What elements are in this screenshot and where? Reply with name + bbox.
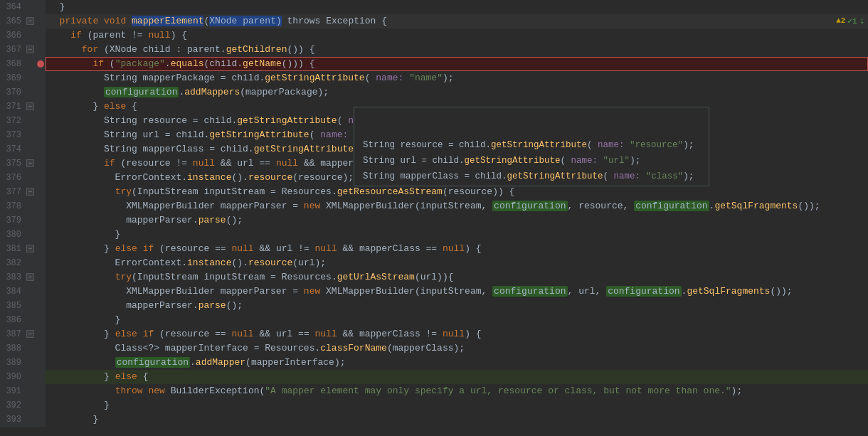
code-content: for (XNode child : parent.getChildren())… <box>46 43 868 57</box>
code-line: 370 configuration.addMappers(mapperPacka… <box>0 85 868 100</box>
token <box>48 357 115 368</box>
code-content: } <box>46 413 868 427</box>
token <box>48 186 115 197</box>
breakpoint-column <box>36 356 46 370</box>
fold-icon[interactable]: − <box>26 188 34 196</box>
token: (resource == <box>154 329 231 339</box>
token: && mapperClass != <box>337 329 443 339</box>
fold-icon[interactable]: − <box>26 273 34 281</box>
token: configuration <box>104 87 179 97</box>
tooltip-row: String url = child.getStringAttribute( n… <box>359 153 704 169</box>
token: resource <box>248 172 292 183</box>
token: getChildren <box>226 44 287 55</box>
line-number: 376 <box>0 171 26 185</box>
token <box>48 44 82 55</box>
code-line: 369 String mapperPackage = child.getStri… <box>0 71 868 85</box>
token: null <box>443 329 465 339</box>
token: new <box>304 286 320 297</box>
check-icon: ✓1 <box>847 16 857 26</box>
token: XMLMapperBuilder(inputStream, <box>320 201 492 211</box>
token: "A mapper element may only specify a url… <box>265 386 731 396</box>
token: getSqlFragments <box>687 286 770 297</box>
token: ( <box>104 58 115 69</box>
code-line: 367− for (XNode child : parent.getChildr… <box>0 43 868 57</box>
breakpoint-column <box>36 341 46 356</box>
code-line: 388 Class<?> mapperInterface = Resources… <box>0 341 868 356</box>
token: configuration <box>492 201 567 211</box>
line-number: 387 <box>0 327 26 341</box>
token <box>48 87 104 97</box>
code-content: throw new BuilderException("A mapper ele… <box>46 384 868 398</box>
token: try <box>115 186 132 197</box>
token: ( <box>309 129 321 140</box>
line-number: 374 <box>0 142 26 156</box>
breakpoint-column <box>36 0 46 14</box>
token: ); <box>731 386 743 396</box>
breakpoint-column <box>36 171 46 185</box>
fold-icon[interactable]: − <box>26 102 34 110</box>
line-number: 377 <box>0 185 26 199</box>
code-line: 390 } else { <box>0 370 868 384</box>
token: } <box>60 1 65 12</box>
token <box>48 1 60 12</box>
token: String url = child. <box>48 129 209 140</box>
code-line: 387− } else if (resource == null && url … <box>0 327 868 341</box>
token: XMLMapperBuilder mapperParser = <box>48 201 304 211</box>
code-content: XMLMapperBuilder mapperParser = new XMLM… <box>46 285 868 299</box>
breakpoint-column <box>36 398 46 413</box>
token: mapperParser. <box>48 300 199 311</box>
token: configuration <box>606 286 681 297</box>
fold-column <box>26 142 36 156</box>
token: getStringAttribute <box>265 73 364 83</box>
editor: 364 }365− private void mapperElement(XNo… <box>0 0 868 436</box>
fold-icon[interactable]: − <box>26 17 34 25</box>
token <box>48 386 115 396</box>
fold-icon[interactable]: − <box>26 330 34 338</box>
token: configuration <box>492 286 567 297</box>
breakpoint-column <box>36 285 46 299</box>
token: void <box>104 16 126 26</box>
fold-icon[interactable]: − <box>26 46 34 53</box>
token <box>237 16 243 26</box>
token: parse <box>199 300 226 311</box>
fold-column <box>26 256 36 270</box>
token: parse <box>199 215 226 225</box>
token: (resource)) { <box>443 186 514 197</box>
fold-column <box>26 341 36 356</box>
fold-column: − <box>26 156 36 171</box>
token: (parent != <box>82 30 149 41</box>
code-line: 389 configuration.addMapper(mapperInterf… <box>0 356 868 370</box>
token: try <box>115 272 132 282</box>
code-content: XMLMapperBuilder mapperParser = new XMLM… <box>46 199 868 213</box>
line-number: 372 <box>0 114 26 128</box>
token: resource <box>248 257 292 268</box>
fold-icon[interactable]: − <box>26 159 34 167</box>
breakpoint-column <box>36 114 46 128</box>
fold-column <box>26 299 36 313</box>
token: null <box>148 30 170 41</box>
breakpoint-dot[interactable] <box>37 60 44 68</box>
tooltip-row: String resource = child.getStringAttribu… <box>359 137 704 153</box>
token: } <box>48 329 115 339</box>
token: (XNode child : parent. <box>98 44 226 55</box>
token: "package" <box>115 58 165 69</box>
token: ()); <box>798 201 820 211</box>
code-line: 379 mapperParser.parse(); <box>0 213 868 228</box>
code-content: if (parent != null) { <box>46 28 868 43</box>
line-number: 393 <box>0 413 26 427</box>
breakpoint-column <box>36 313 46 327</box>
code-content: try(InputStream inputStream = Resources.… <box>46 185 868 199</box>
fold-column: − <box>26 100 36 114</box>
breakpoint-column <box>36 14 46 28</box>
fold-column <box>26 85 36 100</box>
fold-column: − <box>26 327 36 341</box>
token: (). <box>231 172 248 183</box>
breakpoint-column <box>36 327 46 341</box>
token: getStringAttribute <box>254 144 354 154</box>
fold-icon[interactable]: − <box>26 245 34 252</box>
code-line: 380 } <box>0 228 868 242</box>
token: ); <box>443 73 454 83</box>
token: ErrorContext. <box>48 172 187 183</box>
token: instance <box>187 172 231 183</box>
token: ) { <box>465 243 481 254</box>
